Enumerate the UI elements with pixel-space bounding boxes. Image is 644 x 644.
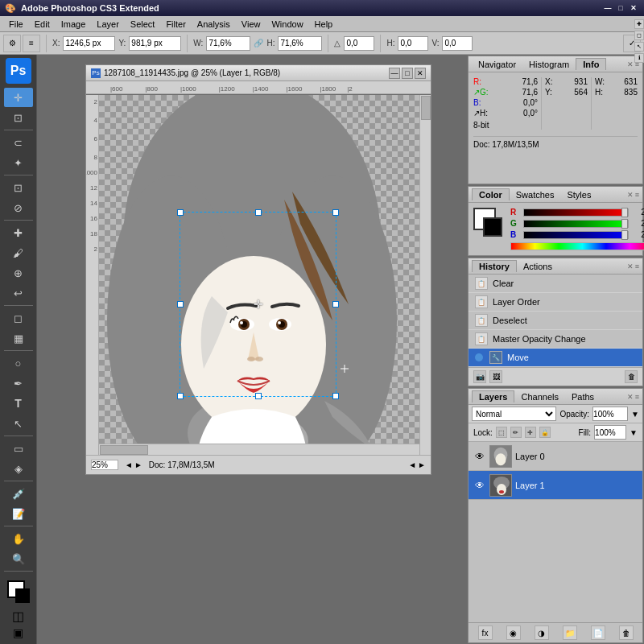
gradient-tool[interactable]: ▦	[4, 328, 33, 348]
scroll-thumb-v[interactable]	[421, 96, 431, 120]
maximize-button[interactable]: □	[615, 2, 626, 14]
opacity-input[interactable]	[592, 407, 628, 421]
tool-preset-btn[interactable]: ⚙	[3, 35, 21, 52]
tab-histogram[interactable]: Histogram	[522, 59, 576, 70]
move-tool[interactable]: ✛	[4, 88, 33, 107]
y-input[interactable]	[129, 36, 181, 51]
type-tool[interactable]: T	[4, 394, 33, 413]
ruler-icon[interactable]: ◻	[634, 31, 644, 40]
pointer-icon[interactable]: ↖	[634, 42, 644, 52]
background-color[interactable]	[15, 588, 30, 603]
v-input[interactable]	[442, 36, 473, 51]
screen-mode-btn[interactable]: ▣	[13, 626, 23, 639]
shape-tool[interactable]: ▭	[4, 439, 33, 458]
layer-delete-btn[interactable]: 🗑	[619, 625, 634, 640]
prev-btn[interactable]: ◄	[125, 460, 133, 469]
brush-tool[interactable]: 🖌	[4, 243, 33, 262]
info-icon[interactable]: ℹ	[634, 53, 644, 63]
menu-layer[interactable]: Layer	[91, 18, 125, 31]
3d-tool[interactable]: ◈	[4, 459, 33, 478]
doc-minimize-btn[interactable]: —	[389, 68, 400, 79]
menu-filter[interactable]: Filter	[160, 18, 191, 31]
menu-file[interactable]: File	[3, 18, 29, 31]
layer-0-visibility[interactable]: 👁	[473, 450, 486, 463]
eraser-tool[interactable]: ◻	[4, 308, 33, 328]
scroll-thumb-h[interactable]	[100, 445, 148, 455]
eyedropper-icon[interactable]: ✚	[634, 19, 644, 29]
tab-layers[interactable]: Layers	[472, 390, 514, 402]
lock-transparent-btn[interactable]: ⬚	[496, 427, 507, 438]
history-item-clear[interactable]: 📋 Clear	[469, 275, 642, 293]
layer-new-btn[interactable]: 📄	[591, 625, 605, 640]
tab-paths[interactable]: Paths	[565, 391, 601, 402]
nav-right-btn[interactable]: ►	[418, 460, 426, 469]
color-swatches-box[interactable]	[473, 208, 506, 240]
delete-history-btn[interactable]: 🗑	[625, 370, 638, 383]
menu-analysis[interactable]: Analysis	[192, 18, 236, 31]
blend-mode-select[interactable]: Normal	[472, 407, 556, 421]
tab-color[interactable]: Color	[472, 188, 510, 200]
marquee-tool[interactable]: ⊡	[4, 108, 33, 127]
nav-btns[interactable]: ◄ ►	[408, 460, 426, 469]
g-slider[interactable]	[523, 220, 629, 228]
fill-input[interactable]	[594, 425, 626, 440]
layer-mask-btn[interactable]: ◉	[506, 625, 521, 640]
pen-tool[interactable]: ✒	[4, 374, 33, 393]
canvas-viewport[interactable]: ✛	[99, 95, 431, 455]
layers-panel-menu[interactable]: ≡	[635, 393, 639, 401]
r-slider[interactable]	[523, 208, 629, 217]
menu-window[interactable]: Window	[266, 18, 308, 31]
layers-panel-close[interactable]: ✕	[627, 393, 634, 401]
layer-1-visibility[interactable]: 👁	[473, 479, 486, 492]
snapshot-btn[interactable]: 📷	[473, 370, 486, 383]
history-item-deselect[interactable]: 📋 Deselect	[469, 312, 642, 330]
menu-select[interactable]: Select	[125, 18, 161, 31]
window-controls[interactable]: — □ ✕	[602, 2, 639, 14]
x-input[interactable]	[63, 36, 115, 51]
angle-input[interactable]	[344, 36, 374, 51]
h-input[interactable]	[278, 36, 322, 51]
w-input[interactable]	[206, 36, 250, 51]
history-item-opacity[interactable]: 📋 Master Opacity Change	[469, 330, 642, 349]
tab-info[interactable]: Info	[576, 58, 606, 70]
zoom-tool[interactable]: 🔍	[4, 549, 33, 568]
minimize-button[interactable]: —	[602, 2, 613, 14]
layer-item-1[interactable]: 👁 Layer 1	[469, 471, 642, 500]
tab-channels[interactable]: Channels	[514, 391, 564, 402]
lock-all-btn[interactable]: 🔒	[539, 427, 551, 438]
h2-input[interactable]	[398, 36, 428, 51]
hand-tool[interactable]: ✋	[4, 529, 33, 548]
eyedropper-tool[interactable]: 💉	[4, 484, 33, 503]
next-btn[interactable]: ►	[134, 460, 142, 469]
lock-position-btn[interactable]: ✛	[525, 427, 536, 438]
menu-help[interactable]: Help	[309, 18, 339, 31]
history-item-layer-order[interactable]: 📋 Layer Order	[469, 293, 642, 312]
doc-close-btn[interactable]: ✕	[415, 68, 426, 79]
nav-arrows[interactable]: ◄ ►	[125, 460, 142, 469]
close-button[interactable]: ✕	[628, 2, 639, 14]
menu-view[interactable]: View	[236, 18, 266, 31]
layer-fx-btn[interactable]: fx	[478, 625, 493, 640]
layer-item-0[interactable]: 👁 Layer 0	[469, 442, 642, 471]
new-snapshot-btn[interactable]: 🖼	[489, 370, 502, 383]
layer-group-btn[interactable]: 📁	[563, 625, 577, 640]
history-panel-close[interactable]: ✕	[627, 262, 634, 270]
magic-wand-tool[interactable]: ✦	[4, 153, 33, 172]
color-picker[interactable]	[4, 577, 33, 606]
clone-tool[interactable]: ⊕	[4, 263, 33, 283]
color-panel-menu[interactable]: ≡	[635, 191, 639, 199]
menu-edit[interactable]: Edit	[29, 18, 56, 31]
menu-image[interactable]: Image	[56, 18, 92, 31]
color-spectrum[interactable]	[510, 242, 644, 250]
tab-history[interactable]: History	[472, 260, 517, 272]
history-item-move[interactable]: 🔧 Move	[469, 349, 642, 367]
doc-maximize-btn[interactable]: □	[402, 68, 413, 79]
history-panel-menu[interactable]: ≡	[635, 262, 639, 270]
notes-tool[interactable]: 📝	[4, 504, 33, 523]
b-slider[interactable]	[523, 231, 629, 239]
tab-actions[interactable]: Actions	[517, 261, 559, 272]
tab-swatches[interactable]: Swatches	[510, 189, 561, 200]
color-panel-close[interactable]: ✕	[627, 191, 634, 199]
background-swatch[interactable]	[483, 217, 502, 237]
layer-adjust-btn[interactable]: ◑	[535, 625, 549, 640]
